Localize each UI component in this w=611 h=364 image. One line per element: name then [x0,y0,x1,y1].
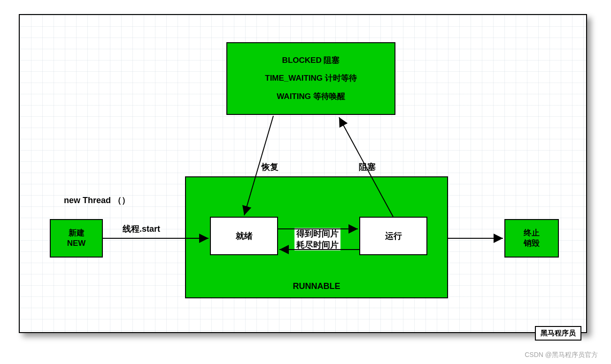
state-blocked-waiting-box: BLOCKED 阻塞 TIME_WAITING 计时等待 WAITING 等待唤… [226,42,395,115]
get-timeslice-label: 得到时间片 [294,228,340,239]
start-label: 线程.start [123,223,160,235]
block-label: 阻塞 [359,161,376,173]
exhaust-timeslice-label: 耗尽时间片 [294,239,340,250]
runnable-label: RUNNABLE [293,281,340,292]
diagram-frame: BLOCKED 阻塞 TIME_WAITING 计时等待 WAITING 等待唤… [19,14,587,333]
csdn-watermark: CSDN @黑马程序员官方 [525,351,598,359]
new-line2: NEW [67,238,86,249]
watermark-badge: 黑马程序员 [535,326,581,341]
time-waiting-line: TIME_WAITING 计时等待 [265,73,357,83]
terminate-line2: 销毁 [524,238,540,249]
state-terminate-box: 终止 销毁 [504,219,559,258]
new-thread-label: new Thread （） [64,195,130,206]
state-ready-box: 就绪 [210,217,278,255]
resume-label: 恢复 [262,161,278,173]
waiting-line: WAITING 等待唤醒 [277,91,345,102]
blocked-line: BLOCKED 阻塞 [282,55,340,66]
new-line1: 新建 [69,228,85,238]
state-new-box: 新建 NEW [50,219,103,258]
state-running-box: 运行 [359,217,427,255]
terminate-line1: 终止 [524,228,540,238]
